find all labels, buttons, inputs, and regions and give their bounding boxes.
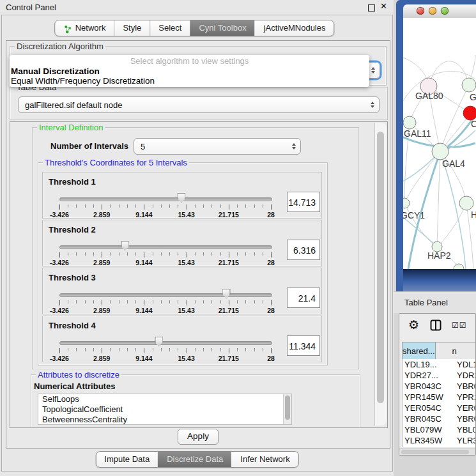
network-view-window[interactable]: GAL80GCGAL11GAL4GCY1HHAP2 — [396, 0, 476, 291]
tab-cyni-toolbox[interactable]: Cyni Toolbox — [190, 20, 254, 36]
network-node-c[interactable] — [463, 106, 476, 120]
window-close-button[interactable] — [417, 7, 424, 15]
attribute-item-betweennesscentrality[interactable]: BetweennessCentrality — [38, 415, 291, 425]
network-node[interactable] — [454, 264, 464, 269]
threshold-label: Threshold 1 — [49, 177, 96, 187]
slider-ticks — [59, 348, 271, 354]
table-cell[interactable]: YBR0 — [450, 381, 475, 392]
network-node-gal11[interactable] — [403, 116, 416, 129]
bottom-tab-impute-data[interactable]: Impute Data — [96, 452, 158, 467]
table-cell[interactable]: YIL0 — [450, 446, 475, 447]
table-row[interactable]: YPR145WYPR1 — [403, 392, 475, 403]
attributes-scrollbar[interactable] — [283, 394, 291, 424]
table-horizontal-scrollbar[interactable] — [399, 449, 475, 456]
network-node-gal4[interactable] — [432, 143, 449, 160]
number-of-intervals-combobox[interactable]: 5 — [134, 138, 301, 155]
tab-label: Style — [123, 20, 141, 36]
slider-tick-labels: -3.4262.8599.14415.4321.71528 — [59, 211, 271, 218]
table-row[interactable]: YBR043CYBR0 — [403, 381, 475, 392]
threshold-value-field[interactable]: 6.316 — [287, 240, 320, 260]
table-cell[interactable]: YBR0 — [450, 413, 475, 424]
table-cell[interactable]: YER0 — [450, 403, 475, 413]
table-cell[interactable]: YPR1 — [450, 392, 475, 403]
scrollbar-thumb[interactable] — [377, 132, 384, 403]
threshold-value-field[interactable]: 21.4 — [287, 288, 320, 308]
threshold-slider[interactable]: -3.4262.8599.14415.4321.71528 — [59, 337, 271, 360]
tick-label: 2.859 — [93, 211, 110, 219]
threshold-value-field[interactable]: 14.713 — [287, 192, 320, 212]
table-data-combobox[interactable]: galFiltered.sif default node — [18, 96, 380, 113]
table-cell[interactable]: YLR3 — [450, 435, 475, 446]
threshold-slider[interactable]: -3.4262.8599.14415.4321.71528 — [59, 242, 271, 265]
tab-select[interactable]: Select — [150, 20, 190, 36]
float-window-icon[interactable] — [368, 4, 375, 12]
table-cell[interactable]: YER054C — [403, 403, 450, 413]
algorithm-option-equal-width-frequency-discretization[interactable]: Equal Width/Frequency Discretization — [10, 76, 369, 86]
network-canvas[interactable]: GAL80GCGAL11GAL4GCY1HHAP2 — [403, 18, 476, 269]
combo-arrows-icon — [292, 143, 296, 150]
table-cell[interactable]: YDL1 — [450, 359, 475, 370]
window-minimize-button[interactable] — [429, 7, 436, 15]
settings-vertical-scrollbar[interactable] — [374, 123, 387, 426]
table-cell[interactable]: YIL052C — [403, 446, 450, 447]
table-row[interactable]: YLR345WYLR3 — [403, 435, 475, 446]
table-panel-toolbar: ⚙ ☑☑ — [399, 314, 475, 341]
tab-style[interactable]: Style — [114, 20, 150, 36]
table-cell[interactable]: YDL19... — [403, 359, 450, 370]
tab-network[interactable]: Network — [55, 20, 114, 36]
attribute-item-selfloops[interactable]: SelfLoops — [38, 394, 291, 404]
slider-track[interactable] — [59, 245, 272, 249]
attribute-item-topologicalcoefficient[interactable]: TopologicalCoefficient — [38, 404, 291, 415]
window-zoom-button[interactable] — [441, 7, 449, 15]
table-cell[interactable]: YBL0 — [450, 424, 475, 435]
slider-track[interactable] — [59, 293, 272, 297]
table-cell[interactable]: YPR145W — [403, 392, 450, 403]
table-data-group: Table Data galFiltered.sif default node — [10, 87, 388, 120]
split-columns-icon[interactable] — [430, 319, 441, 331]
bottom-tab-infer-network[interactable]: Infer Network — [231, 452, 298, 467]
table-row[interactable]: YDL19...YDL1 — [403, 359, 475, 370]
table-row[interactable]: YIL052CYIL0 — [403, 446, 475, 447]
numerical-attributes-list[interactable]: SelfLoopsTopologicalCoefficientBetweenne… — [38, 394, 292, 425]
algorithm-placeholder: Select algorithm to view settings — [10, 56, 369, 66]
network-node-h[interactable] — [459, 196, 473, 210]
tick-label: 9.144 — [135, 307, 152, 314]
slider-track[interactable] — [59, 341, 272, 345]
table-rows: YDL19...YDL1YDR27...YDR2YBR043CYBR0YPR14… — [402, 359, 475, 447]
table-cell[interactable]: YBL079W — [403, 424, 450, 435]
network-node-gcy1[interactable] — [403, 198, 410, 208]
table-row[interactable]: YDR27...YDR2 — [403, 370, 475, 381]
close-icon[interactable]: ✕ — [380, 1, 387, 11]
bottom-tab-discretize-data[interactable]: Discretize Data — [158, 452, 231, 467]
attributes-group: Attributes to discretize Numerical Attri… — [31, 374, 360, 428]
tick-label: 2.859 — [93, 307, 110, 314]
threshold-value-field[interactable]: 11.344 — [287, 335, 320, 356]
tab-jactivemnodules[interactable]: jActiveMNodules — [255, 20, 334, 36]
scrollbar-thumb[interactable] — [401, 450, 469, 454]
table-cell[interactable]: YDR27... — [403, 370, 450, 381]
network-window-titlebar[interactable] — [403, 4, 476, 19]
tick-label: 21.715 — [219, 307, 239, 314]
settings-scroll-area: Interval Definition Number of Intervals … — [10, 121, 388, 428]
table-cell[interactable]: YLR345W — [403, 435, 450, 446]
apply-button[interactable]: Apply — [178, 429, 219, 445]
table-cell[interactable]: YBR043C — [403, 381, 450, 392]
bottom-tab-bar: Impute Data Discretize Data Infer Networ… — [95, 451, 298, 468]
network-node-g[interactable] — [462, 78, 476, 92]
tab-label: Network — [75, 20, 106, 36]
algorithm-option-manual-discretization[interactable]: Manual Discretization — [10, 66, 369, 76]
table-cell[interactable]: YBR045C — [403, 413, 450, 424]
network-graph[interactable]: GAL80GCGAL11GAL4GCY1HHAP2 — [403, 18, 476, 269]
slider-track[interactable] — [59, 197, 272, 201]
table-row[interactable]: YBL079WYBL0 — [403, 424, 475, 435]
table-cell[interactable]: YDR2 — [450, 370, 475, 381]
table-row[interactable]: YBR045CYBR0 — [403, 413, 475, 424]
threshold-slider[interactable]: -3.4262.8599.14415.4321.71528 — [59, 289, 271, 312]
column-header-name[interactable]: n — [436, 342, 476, 360]
control-panel: Control Panel ✕ Network Style — [0, 0, 394, 476]
table-row[interactable]: YER054CYER0 — [403, 403, 475, 413]
gear-icon[interactable]: ⚙ — [408, 318, 419, 332]
threshold-slider[interactable]: -3.4262.8599.14415.4321.71528 — [59, 194, 271, 217]
column-header-shared[interactable]: shared... — [402, 342, 436, 360]
select-columns-icon[interactable]: ☑☑ — [452, 321, 467, 330]
